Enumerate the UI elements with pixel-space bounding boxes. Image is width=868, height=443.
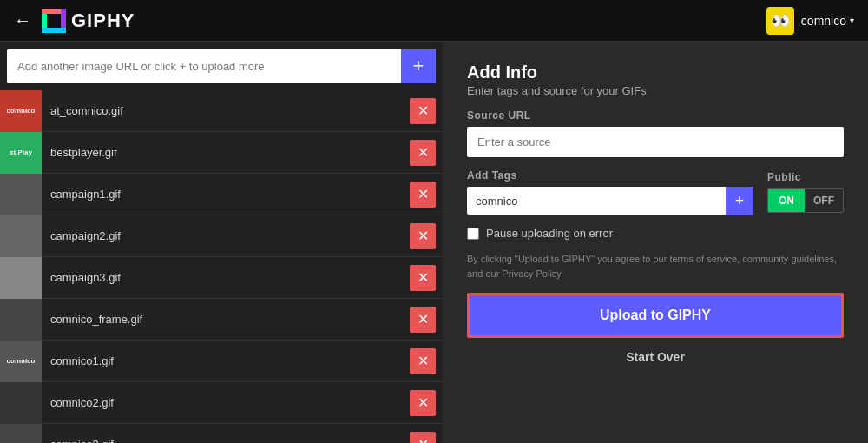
remove-file-button[interactable]: ✕ bbox=[410, 390, 436, 416]
pause-checkbox[interactable] bbox=[467, 228, 479, 240]
source-url-field: Source URL bbox=[467, 109, 844, 157]
remove-file-button[interactable]: ✕ bbox=[410, 307, 436, 333]
list-item: campaign3.gif✕ bbox=[0, 257, 443, 299]
public-toggle: ON OFF bbox=[767, 188, 844, 213]
user-menu-button[interactable]: comnico ▾ bbox=[801, 14, 854, 28]
logo: GIPHY bbox=[42, 9, 135, 33]
public-label: Public bbox=[767, 171, 844, 183]
file-thumbnail: comnico bbox=[0, 341, 42, 382]
url-input[interactable] bbox=[7, 51, 401, 82]
source-url-label: Source URL bbox=[467, 109, 844, 122]
main-layout: + comnicoat_comnico.gif✕st Playbestplaye… bbox=[0, 42, 868, 443]
remove-file-button[interactable]: ✕ bbox=[410, 140, 436, 166]
file-name: campaign3.gif bbox=[50, 271, 410, 284]
left-panel: + comnicoat_comnico.gif✕st Playbestplaye… bbox=[0, 42, 443, 443]
list-item: comnicoat_comnico.gif✕ bbox=[0, 90, 443, 132]
back-button[interactable]: ← bbox=[14, 10, 31, 30]
file-name: comnico3.gif bbox=[50, 438, 410, 443]
file-thumbnail: comnico bbox=[0, 90, 42, 132]
file-thumbnail bbox=[0, 215, 42, 257]
svg-rect-4 bbox=[47, 14, 61, 28]
add-url-button[interactable]: + bbox=[401, 49, 436, 83]
file-name: campaign2.gif bbox=[50, 229, 410, 242]
file-thumbnail: st Play bbox=[0, 132, 42, 174]
header-right: 👀 comnico ▾ bbox=[766, 7, 854, 35]
pause-label: Pause uploading on error bbox=[486, 227, 613, 240]
remove-file-button[interactable]: ✕ bbox=[410, 265, 436, 291]
remove-file-button[interactable]: ✕ bbox=[410, 182, 436, 208]
add-tags-label: Add Tags bbox=[467, 169, 753, 182]
source-url-input[interactable] bbox=[467, 127, 844, 157]
file-thumbnail bbox=[0, 299, 42, 341]
list-item: comnicocomnico1.gif✕ bbox=[0, 341, 443, 382]
remove-file-button[interactable]: ✕ bbox=[410, 223, 436, 249]
toggle-off-button[interactable]: OFF bbox=[805, 189, 843, 212]
avatar: 👀 bbox=[766, 7, 794, 35]
remove-file-button[interactable]: ✕ bbox=[410, 98, 436, 124]
file-list: comnicoat_comnico.gif✕st Playbestplayer.… bbox=[0, 90, 443, 443]
tags-left: Add Tags + bbox=[467, 169, 753, 215]
list-item: st Playbestplayer.gif✕ bbox=[0, 132, 443, 174]
tags-input[interactable] bbox=[467, 188, 726, 215]
list-item: comnico_frame.gif✕ bbox=[0, 299, 443, 341]
file-name: bestplayer.gif bbox=[50, 146, 410, 159]
start-over-button[interactable]: Start Over bbox=[467, 350, 844, 364]
url-input-row: + bbox=[7, 49, 436, 83]
add-info-section: Add Info Enter tags and source for your … bbox=[467, 63, 844, 97]
header: ← GIPHY 👀 comnico ▾ bbox=[0, 0, 868, 42]
terms-text: By clicking "Upload to GIPHY" you agree … bbox=[467, 252, 844, 281]
add-info-title: Add Info bbox=[467, 63, 844, 83]
list-item: campaign1.gif✕ bbox=[0, 174, 443, 215]
right-panel: Add Info Enter tags and source for your … bbox=[443, 42, 868, 443]
file-thumbnail bbox=[0, 382, 42, 424]
list-item: comnico2.gif✕ bbox=[0, 382, 443, 424]
logo-text: GIPHY bbox=[71, 10, 135, 32]
file-thumbnail bbox=[0, 424, 42, 444]
add-info-subtitle: Enter tags and source for your GIFs bbox=[467, 84, 844, 97]
upload-button[interactable]: Upload to GIPHY bbox=[467, 293, 844, 338]
remove-file-button[interactable]: ✕ bbox=[410, 432, 436, 444]
giphy-logo-icon bbox=[42, 9, 66, 33]
pause-row: Pause uploading on error bbox=[467, 227, 844, 240]
file-thumbnail bbox=[0, 257, 42, 299]
public-toggle-section: Public ON OFF bbox=[767, 171, 844, 213]
tags-row: Add Tags + Public ON OFF bbox=[467, 169, 844, 215]
file-name: comnico2.gif bbox=[50, 396, 410, 409]
tags-add-button[interactable]: + bbox=[726, 187, 753, 215]
file-name: campaign1.gif bbox=[50, 188, 410, 201]
tags-input-row: + bbox=[467, 187, 753, 215]
toggle-on-button[interactable]: ON bbox=[768, 189, 805, 212]
list-item: comnico3.gif✕ bbox=[0, 424, 443, 443]
file-name: comnico1.gif bbox=[50, 354, 410, 367]
file-name: at_comnico.gif bbox=[50, 104, 410, 117]
chevron-down-icon: ▾ bbox=[850, 16, 854, 25]
remove-file-button[interactable]: ✕ bbox=[410, 348, 436, 374]
list-item: campaign2.gif✕ bbox=[0, 215, 443, 257]
svg-rect-3 bbox=[42, 28, 66, 33]
file-name: comnico_frame.gif bbox=[50, 313, 410, 326]
header-left: ← GIPHY bbox=[14, 9, 135, 33]
file-thumbnail bbox=[0, 174, 42, 215]
